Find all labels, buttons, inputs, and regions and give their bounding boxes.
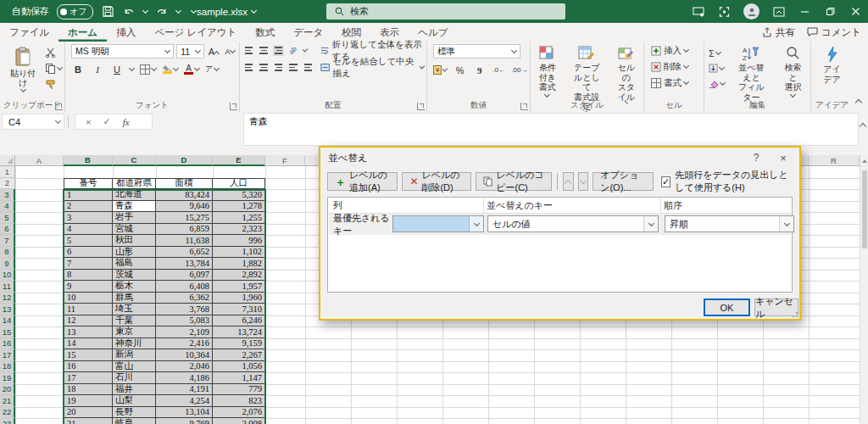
row-header-9[interactable]: 9 xyxy=(0,258,15,270)
cell[interactable]: 13,104 xyxy=(156,407,213,419)
cell[interactable]: 千葉 xyxy=(113,315,156,327)
cell[interactable]: 5,320 xyxy=(213,189,265,201)
cell[interactable]: 5,083 xyxy=(156,315,213,327)
font-name-select[interactable]: MS 明朝 xyxy=(71,44,174,59)
cell[interactable]: 山形 xyxy=(113,247,156,259)
cell[interactable]: 2,323 xyxy=(213,224,265,236)
align-center-icon[interactable] xyxy=(259,64,267,71)
copy-level-button[interactable]: レベルのコピー(C) xyxy=(476,172,552,191)
borders-button[interactable] xyxy=(140,62,156,76)
cell[interactable]: 2,008 xyxy=(213,418,265,424)
increase-indent-icon[interactable] xyxy=(304,64,312,71)
row-header-6[interactable]: 6 xyxy=(0,224,15,236)
comments-button[interactable]: コメント xyxy=(807,26,861,39)
sort-order-combobox[interactable]: 昇順 xyxy=(665,215,794,232)
cell[interactable]: 14 xyxy=(64,338,113,350)
cell[interactable]: 秋田 xyxy=(113,235,156,247)
column-header-f[interactable]: F xyxy=(265,155,305,166)
row-header-19[interactable]: 19 xyxy=(0,372,15,384)
cell[interactable]: 9,769 xyxy=(156,418,213,424)
cell[interactable]: 埼玉 xyxy=(113,304,156,315)
cell[interactable]: 6,362 xyxy=(156,293,213,304)
sort-filter-button[interactable]: AZ 並べ替えと フィルター xyxy=(730,44,773,98)
name-box[interactable]: C4 xyxy=(2,114,64,130)
column-header-d[interactable]: D xyxy=(156,155,213,166)
cell[interactable]: 2,076 xyxy=(213,407,265,419)
phonetic-guide-button[interactable]: ア xyxy=(205,62,219,76)
header-row-checkbox[interactable]: ✓ 先頭行をデータの見出しとして使用する(H) xyxy=(661,169,793,194)
cell[interactable]: 4,191 xyxy=(156,384,213,396)
cell[interactable]: 15 xyxy=(64,349,113,361)
cell[interactable]: 996 xyxy=(213,235,265,247)
decrease-decimal-button[interactable]: .00→ xyxy=(512,63,527,77)
underline-button[interactable]: U xyxy=(110,62,124,76)
cell[interactable]: 神奈川 xyxy=(113,338,156,350)
cell[interactable]: 福島 xyxy=(113,258,156,270)
tab-data[interactable]: データ xyxy=(284,23,332,42)
cell[interactable]: 山梨 xyxy=(113,395,156,407)
active-cell-c4[interactable]: 青森 xyxy=(113,201,156,213)
insert-cells-button[interactable]: 挿入 xyxy=(651,44,701,57)
table-header-cell[interactable]: 面積 xyxy=(156,178,213,190)
column-header-e[interactable]: E xyxy=(213,155,265,166)
cell[interactable]: 福井 xyxy=(113,384,156,396)
cell-styles-button[interactable]: セルの スタイル xyxy=(612,44,641,98)
row-header-15[interactable]: 15 xyxy=(0,326,15,338)
orientation-dropdown-icon[interactable] xyxy=(303,47,309,53)
row-header-14[interactable]: 14 xyxy=(0,315,15,327)
avatar[interactable] xyxy=(743,3,760,20)
column-header-r[interactable]: R xyxy=(809,155,860,166)
cell[interactable]: 3,768 xyxy=(156,304,213,315)
cell[interactable]: 779 xyxy=(213,384,265,396)
italic-button[interactable]: I xyxy=(91,62,104,76)
cell[interactable]: 4 xyxy=(64,224,113,236)
sort-on-combobox[interactable]: セルの値 xyxy=(487,215,659,232)
cell[interactable]: 13 xyxy=(64,326,113,338)
cancel-entry-icon[interactable]: × xyxy=(86,117,91,127)
comma-style-button[interactable]: 9 xyxy=(473,63,487,77)
cell[interactable]: 6,859 xyxy=(156,224,213,236)
cell[interactable]: 823 xyxy=(213,395,265,407)
select-all-corner[interactable] xyxy=(0,155,15,166)
font-dialog-launcher-icon[interactable] xyxy=(230,103,237,110)
decrease-font-icon[interactable]: A xyxy=(223,44,236,59)
align-left-icon[interactable] xyxy=(245,64,253,71)
cell[interactable]: 長野 xyxy=(113,407,156,419)
row-header-17[interactable]: 17 xyxy=(0,349,15,361)
cell[interactable]: 13,784 xyxy=(156,258,213,270)
format-cells-button[interactable]: 書式 xyxy=(651,76,701,89)
font-color-button[interactable]: A xyxy=(184,62,199,76)
tab-file[interactable]: ファイル xyxy=(0,23,58,42)
cell[interactable]: 12 xyxy=(64,315,113,327)
find-select-button[interactable]: 検索と 選択 xyxy=(778,44,808,98)
cell[interactable]: 18 xyxy=(64,384,113,396)
dialog-resize-grip[interactable] xyxy=(789,309,798,317)
cell[interactable]: 新潟 xyxy=(113,349,156,361)
cell[interactable]: 4,186 xyxy=(156,372,213,384)
cell[interactable]: 7 xyxy=(64,258,113,270)
delete-cells-button[interactable]: 削除 xyxy=(651,60,701,73)
row-header-2[interactable]: 2 xyxy=(0,178,15,190)
row-header-23[interactable]: 23 xyxy=(0,418,15,424)
paste-button[interactable]: 貼り付け xyxy=(3,44,43,98)
bold-button[interactable]: B xyxy=(71,62,85,76)
alignment-dialog-launcher-icon[interactable] xyxy=(417,103,425,110)
vertical-scrollbar[interactable] xyxy=(860,155,868,424)
conditional-formatting-button[interactable]: 条件付き 書式 xyxy=(533,44,562,98)
tab-insert[interactable]: 挿入 xyxy=(107,23,145,42)
cell[interactable]: 栃木 xyxy=(113,281,156,293)
move-level-down-button[interactable] xyxy=(578,172,589,191)
copy-button[interactable] xyxy=(45,62,62,75)
clear-button[interactable] xyxy=(709,77,725,90)
middle-align-icon[interactable] xyxy=(259,47,267,54)
cell[interactable]: 群馬 xyxy=(113,293,156,304)
snapshot-icon[interactable] xyxy=(711,0,737,23)
cell[interactable]: 6,652 xyxy=(156,247,213,259)
format-as-table-button[interactable]: テーブルとして 書式設定 xyxy=(565,44,609,98)
undo-dropdown-icon[interactable] xyxy=(142,8,148,14)
cell[interactable]: 2,046 xyxy=(156,361,213,373)
cell[interactable]: 2,892 xyxy=(213,270,265,282)
table-header-cell[interactable]: 番号 xyxy=(64,178,113,190)
cut-button[interactable] xyxy=(45,46,62,59)
dialog-close-button[interactable]: × xyxy=(771,148,796,167)
